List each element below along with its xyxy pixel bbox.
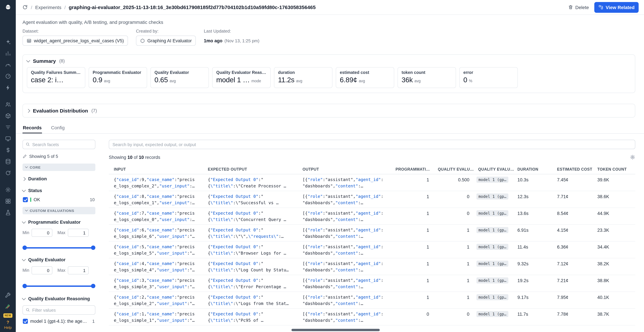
reasoning-chip[interactable]: model 1 (gp…: [476, 311, 508, 317]
sidebar-zap-button[interactable]: [5, 85, 11, 91]
table-row[interactable]: {"case_id":4,"case_name":"precise_logs_s…: [109, 258, 635, 275]
sidebar-filter-rows-button[interactable]: [5, 124, 11, 130]
status-option-ok[interactable]: OK 10: [22, 197, 95, 202]
table-row[interactable]: {"case_id":1,"case_name":"precise_logs_s…: [109, 309, 635, 326]
slider-min-handle[interactable]: [22, 284, 27, 288]
token-count-cell: 23.3K: [595, 225, 635, 241]
new-badge: NEW: [3, 313, 12, 318]
sidebar-history-button[interactable]: [5, 170, 11, 176]
distribution-header[interactable]: Evaluation Distribution (7): [27, 108, 631, 114]
reasoning-chip[interactable]: model 1 (gp…: [476, 244, 508, 250]
reasoning-chip[interactable]: model 1 (gp…: [476, 261, 508, 267]
column-header[interactable]: INPUT: [109, 167, 203, 171]
breadcrumb-experiments-link[interactable]: Experiments: [35, 4, 62, 10]
sidebar-wrench-button[interactable]: [5, 292, 11, 298]
created-by-chip[interactable]: Graphing AI Evaluator: [136, 36, 196, 46]
summary-card[interactable]: duration11.2savg: [274, 67, 332, 88]
quality-score-cell: 1: [434, 275, 474, 292]
reasoning-checkbox[interactable]: [23, 319, 28, 324]
sidebar-dollar-button[interactable]: [5, 147, 11, 153]
reasoning-option[interactable]: model 1 (gpt-4.1): the agen… 1: [22, 319, 95, 324]
quality-min-input[interactable]: [32, 266, 52, 274]
core-section-header[interactable]: CORE: [22, 164, 95, 171]
column-header[interactable]: ESTIMATED COST: [555, 167, 595, 171]
column-header[interactable]: OUTPUT: [298, 167, 392, 171]
summary-card[interactable]: estimated cost6.89¢avg: [336, 67, 394, 88]
delete-button[interactable]: Delete: [568, 4, 589, 10]
zap-icon: [5, 85, 11, 91]
sidebar-users-button[interactable]: [5, 102, 11, 108]
table-row[interactable]: {"case_id":6,"case_name":"precise_logs_s…: [109, 225, 635, 242]
horizontal-scrollbar[interactable]: [292, 329, 380, 331]
table-row[interactable]: {"case_id":5,"case_name":"precise_logs_s…: [109, 242, 635, 258]
facet-programmatic-evaluator[interactable]: Programmatic Evaluator: [22, 220, 95, 225]
reasoning-filter-input[interactable]: [22, 305, 95, 315]
reasoning-chip[interactable]: model 1 (gp…: [476, 177, 508, 183]
column-header[interactable]: QUALITY EVALU…: [434, 167, 474, 171]
column-header[interactable]: DURATION: [515, 167, 555, 171]
column-header[interactable]: TOKEN COUNT: [595, 167, 635, 171]
view-related-button[interactable]: View Related: [594, 2, 639, 12]
table-settings-gear-icon[interactable]: [630, 154, 635, 160]
tab-config[interactable]: Config: [51, 123, 65, 133]
slider-max-handle[interactable]: [91, 246, 95, 250]
records-search-input[interactable]: [109, 140, 635, 149]
output-cell: [{"role":"assistant","agent_id":"dashboa…: [298, 191, 392, 208]
table-row[interactable]: {"case_id":2,"case_name":"precise_logs_s…: [109, 292, 635, 309]
sidebar-blocks-button[interactable]: [5, 198, 11, 204]
facet-duration[interactable]: Duration: [22, 176, 95, 181]
summary-card[interactable]: error0%: [459, 67, 518, 88]
quality-reasoning-cell: model 1 (gp…: [474, 242, 515, 258]
facet-search-input[interactable]: [22, 140, 95, 149]
box-icon: [5, 113, 11, 119]
programmatic-max-input[interactable]: [68, 229, 89, 237]
summary-card[interactable]: token count36kavg: [398, 67, 456, 88]
app-logo-icon[interactable]: [4, 3, 12, 11]
facet-quality-evaluator[interactable]: Quality Evaluator: [22, 257, 95, 262]
history-icon: [5, 170, 11, 176]
slider-max-handle[interactable]: [91, 284, 95, 288]
column-header[interactable]: QUALITY EVALU…: [474, 167, 515, 171]
summary-header[interactable]: Summary (8): [27, 58, 631, 64]
facet-quality-evaluator-reasoning[interactable]: Quality Evaluator Reasoning: [22, 296, 95, 301]
sidebar-monitor-button[interactable]: [5, 136, 11, 142]
table-row[interactable]: {"case_id":9,"case_name":"precise_logs_c…: [109, 174, 635, 191]
slider-min-handle[interactable]: [22, 246, 27, 250]
table-row[interactable]: {"case_id":8,"case_name":"precise_logs_c…: [109, 191, 635, 208]
summary-card[interactable]: Programmatic Evaluator0.9avg: [89, 67, 147, 88]
facet-status[interactable]: Status: [22, 188, 95, 193]
token-count-cell: 34.4K: [595, 242, 635, 258]
sidebar-database-button[interactable]: [5, 158, 11, 164]
summary-card[interactable]: Quality Evaluator0.65avg: [150, 67, 209, 88]
dataset-chip[interactable]: widget_agent_precise_logs_eval_cases (V5…: [22, 36, 128, 46]
reasoning-chip[interactable]: model 1 (gp…: [476, 194, 508, 200]
tab-records[interactable]: Records: [22, 123, 42, 133]
help-icon[interactable]: ?: [6, 320, 9, 325]
duration-cell: 11.4s: [515, 242, 555, 258]
reasoning-chip[interactable]: model 1 (gp…: [476, 294, 508, 300]
quality-max-input[interactable]: [68, 266, 89, 274]
custom-evaluations-section-header[interactable]: CUSTOM EVALUATIONS: [22, 207, 95, 214]
help-label[interactable]: Help: [4, 326, 12, 330]
sidebar-bar-chart-button[interactable]: [5, 50, 11, 56]
sidebar-flask-button[interactable]: [5, 210, 11, 216]
table-row[interactable]: {"case_id":7,"case_name":"precise_logs_c…: [109, 208, 635, 225]
summary-card[interactable]: Quality Evaluator Reaso…model 1 …mode: [212, 67, 271, 88]
reasoning-chip[interactable]: model 1 (gp…: [476, 227, 508, 233]
reasoning-chip[interactable]: model 1 (gp…: [476, 210, 508, 216]
table-row[interactable]: {"case_id":3,"case_name":"precise_logs_s…: [109, 275, 635, 292]
sidebar-sparkles-button[interactable]: [5, 39, 11, 45]
token-count-cell: 38.7K: [595, 309, 635, 325]
ok-checkbox[interactable]: [23, 197, 28, 202]
sidebar-speedometer-button[interactable]: [5, 73, 11, 79]
facet-count-row[interactable]: Showing 5 of 5: [22, 154, 95, 159]
sidebar-gear-button[interactable]: [5, 187, 11, 193]
column-header[interactable]: EXPECTED OUTPUT: [203, 167, 298, 171]
summary-card[interactable]: Quality Failures Summarycase 2: i…: [27, 67, 85, 88]
reasoning-chip[interactable]: model 1 (gp…: [476, 278, 508, 284]
sidebar-gauge-button[interactable]: [5, 62, 11, 68]
sidebar-tools-button[interactable]: [5, 303, 11, 309]
column-header[interactable]: PROGRAMMATI…: [392, 167, 434, 171]
programmatic-min-input[interactable]: [32, 229, 52, 237]
sidebar-box-button[interactable]: [5, 113, 11, 119]
